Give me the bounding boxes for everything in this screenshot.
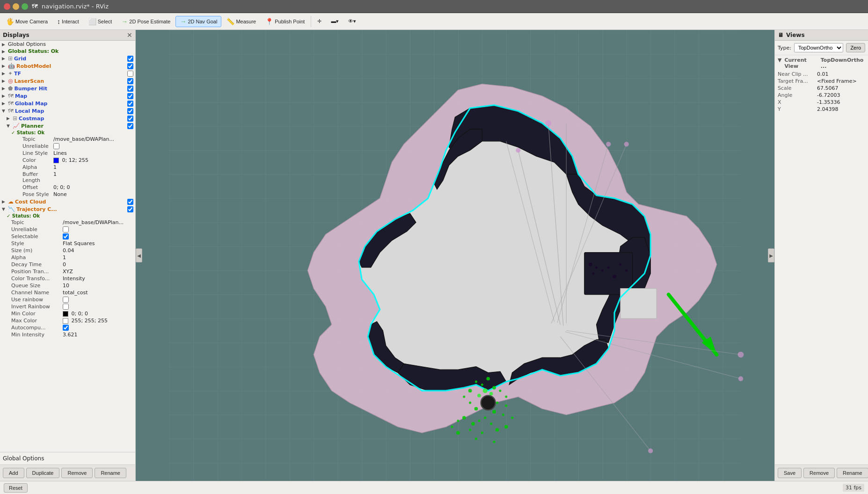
maximize-button[interactable] — [22, 3, 28, 10]
tree-item-costmap[interactable]: ▶ ⊞ Costmap — [0, 115, 135, 122]
tf-checkbox[interactable] — [127, 71, 133, 77]
tree-item-cost-cloud[interactable]: ▶ ☁ Cost Cloud — [0, 198, 135, 205]
add-button[interactable]: Add — [3, 468, 24, 478]
toolbar: 🖐 Move Camera ↕ Interact ⬜ Select → 2D P… — [0, 13, 868, 30]
tree-item-map[interactable]: ▶ 🗺 Map — [0, 92, 135, 100]
publish-point-icon: 📍 — [265, 18, 273, 25]
traj-unreliable-checkbox[interactable] — [63, 226, 69, 232]
viewport[interactable]: ◀ ▶ — [136, 30, 774, 481]
views-save-button[interactable]: Save — [778, 468, 802, 478]
remove-button[interactable]: Remove — [61, 468, 93, 478]
svg-point-54 — [483, 388, 488, 393]
tree-item-robot-model[interactable]: ▶ 🤖 RobotModel — [0, 62, 135, 70]
laser-scan-checkbox[interactable] — [127, 78, 133, 84]
views-target-frame-label: Target Fra... — [778, 78, 815, 84]
nav-goal-button[interactable]: → 2D Nav Goal — [175, 16, 221, 27]
left-panel: Displays ✕ ▶ Global Options ▶ Global Sta… — [0, 30, 136, 481]
views-rename-button[interactable]: Rename — [837, 468, 868, 478]
viewport-right-arrow[interactable]: ▶ — [768, 248, 774, 262]
planner-alpha-label: Alpha — [2, 164, 53, 170]
arrow-global-options: ▶ — [2, 42, 7, 47]
publish-point-button[interactable]: 📍 Publish Point — [261, 16, 309, 27]
costmap-icon: ⊞ — [13, 115, 17, 122]
window-controls[interactable] — [4, 3, 28, 10]
duplicate-button[interactable]: Duplicate — [26, 468, 60, 478]
robot-model-checkbox[interactable] — [127, 63, 133, 69]
planner-line-style-label: Line Style — [2, 150, 53, 156]
views-current-label: ▼ Current View TopDownOrtho ... — [778, 57, 865, 69]
planner-icon: 📈 — [13, 123, 20, 129]
pose-estimate-button[interactable]: → 2D Pose Estimate — [117, 16, 175, 27]
tree-item-tf[interactable]: ▶ ✦ TF — [0, 70, 135, 77]
cost-cloud-label: Cost Cloud — [15, 199, 126, 205]
views-zero-button[interactable]: Zero — [846, 43, 865, 52]
svg-point-24 — [481, 384, 483, 386]
tree-item-bumper-hit[interactable]: ▶ ⬟ Bumper Hit — [0, 85, 135, 92]
traj-use-rainbow-checkbox[interactable] — [63, 297, 69, 303]
views-remove-button[interactable]: Remove — [803, 468, 835, 478]
arrow-global-map: ▶ — [2, 101, 7, 106]
interact-button[interactable]: ↕ Interact — [53, 16, 83, 27]
map-checkbox[interactable] — [127, 93, 133, 99]
traj-topic-label: Topic — [11, 219, 63, 225]
trajectory-checkbox[interactable] — [127, 206, 133, 212]
svg-point-67 — [545, 120, 551, 126]
traj-use-rainbow-label: Use rainbow — [11, 297, 63, 303]
traj-position-row: Position Tran... XYZ — [0, 268, 135, 275]
cost-cloud-checkbox[interactable] — [127, 199, 133, 205]
planner-buffer-label: Buffer Length — [2, 171, 53, 183]
measure-button[interactable]: 📏 Measure — [222, 16, 260, 27]
minimize-button[interactable] — [13, 3, 19, 10]
traj-status-label: ✓ Status: Ok — [7, 213, 133, 218]
tree-item-grid[interactable]: ▶ ⊞ Grid — [0, 55, 135, 62]
tree-item-global-options[interactable]: ▶ Global Options — [0, 41, 135, 48]
svg-point-33 — [496, 401, 498, 404]
planner-checkbox[interactable] — [127, 123, 133, 129]
views-y-label: Y — [778, 106, 815, 112]
robot-model-icon: 🤖 — [8, 63, 15, 69]
displays-close-button[interactable]: ✕ — [127, 31, 132, 39]
planner-line-style-row: Line Style Lines — [0, 150, 135, 157]
costmap-checkbox[interactable] — [127, 116, 133, 122]
viewport-left-arrow[interactable]: ◀ — [136, 248, 142, 262]
planner-alpha-row: Alpha 1 — [0, 164, 135, 171]
view-options-button[interactable]: ▬▾ — [327, 16, 343, 26]
traj-min-intensity-label: Min Intensity — [11, 332, 63, 338]
views-target-frame-value: <Fixed Frame> — [817, 78, 857, 84]
traj-invert-rainbow-checkbox[interactable] — [63, 304, 69, 310]
svg-point-70 — [738, 376, 743, 381]
crosshair-button[interactable]: ✛ — [313, 16, 326, 26]
global-options-footer: Global Options — [0, 452, 135, 465]
tree-item-global-map[interactable]: ▶ 🗺 Global Map — [0, 100, 135, 107]
global-map-checkbox[interactable] — [127, 101, 133, 107]
svg-point-72 — [624, 142, 629, 146]
rename-button[interactable]: Rename — [95, 468, 126, 478]
reset-button[interactable]: Reset — [4, 483, 28, 493]
app-icon: 🗺 — [32, 3, 38, 10]
views-type-select[interactable]: TopDownOrtho Orbit XYOrbit FPS — [794, 43, 843, 52]
tree-item-local-map[interactable]: ▼ 🗺 Local Map — [0, 107, 135, 115]
tree-item-trajectory[interactable]: ▼ 📉 Trajectory C... — [0, 205, 135, 213]
move-camera-button[interactable]: 🖐 Move Camera — [2, 16, 52, 27]
tree-item-laser-scan[interactable]: ▶ ◎ LaserScan — [0, 77, 135, 85]
select-button[interactable]: ⬜ Select — [84, 16, 117, 27]
views-prop-angle: Angle -6.72003 — [778, 92, 865, 99]
close-button[interactable] — [4, 3, 10, 10]
traj-selectable-row: Selectable — [0, 233, 135, 240]
traj-selectable-checkbox[interactable] — [63, 233, 69, 240]
svg-point-55 — [477, 394, 481, 398]
svg-point-16 — [595, 266, 598, 269]
tree-item-global-status[interactable]: ▶ Global Status: Ok — [0, 48, 135, 55]
planner-unreliable-checkbox[interactable] — [53, 143, 59, 149]
traj-topic-value: /move_base/DWAPlan... — [63, 219, 133, 225]
camera-options-button[interactable]: 👁▾ — [344, 16, 360, 26]
local-map-checkbox[interactable] — [127, 108, 133, 114]
displays-title: Displays — [3, 32, 29, 38]
traj-autocompute-checkbox[interactable] — [63, 325, 69, 331]
grid-checkbox[interactable] — [127, 56, 133, 62]
views-x-value: -1.35336 — [817, 99, 840, 105]
views-x-label: X — [778, 99, 815, 105]
tree-item-planner[interactable]: ▼ 📈 Planner — [0, 122, 135, 130]
planner-pose-row: Pose Style None — [0, 191, 135, 198]
bumper-hit-checkbox[interactable] — [127, 86, 133, 92]
